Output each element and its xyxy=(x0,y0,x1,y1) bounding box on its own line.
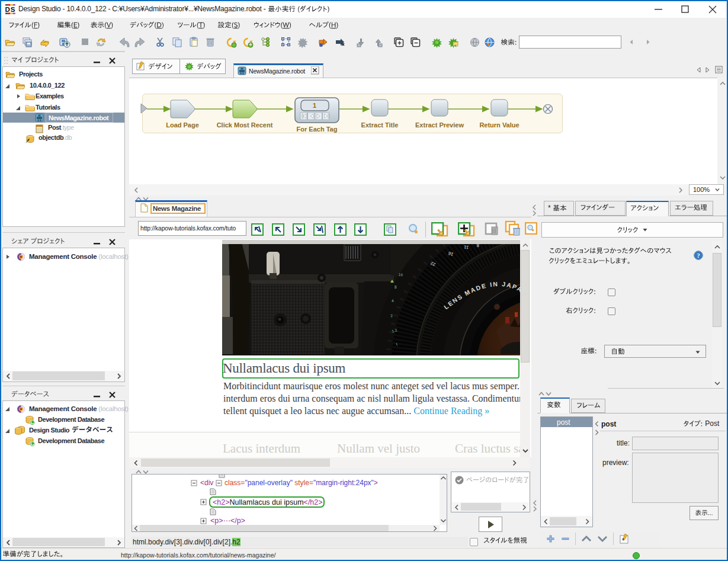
svg-text:8: 8 xyxy=(395,285,397,289)
svg-text:For Each Tag: For Each Tag xyxy=(297,126,338,133)
svg-text:DS: DS xyxy=(5,6,15,13)
svg-text:?: ? xyxy=(697,252,700,259)
svg-text:Click Most Recent: Click Most Recent xyxy=(217,121,273,129)
svg-text:Extract Preview: Extract Preview xyxy=(415,121,464,129)
svg-text:Load Page: Load Page xyxy=(166,121,199,129)
svg-text:16: 16 xyxy=(398,273,403,277)
svg-text:1: 1 xyxy=(313,102,316,109)
svg-text:11: 11 xyxy=(464,245,469,251)
svg-text:Return Value: Return Value xyxy=(479,121,519,129)
svg-text:Extract Title: Extract Title xyxy=(361,121,399,129)
